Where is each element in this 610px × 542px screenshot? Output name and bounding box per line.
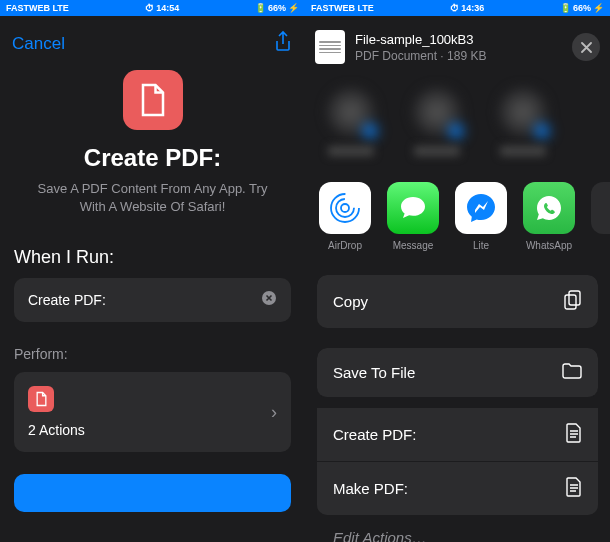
actions-count: 2 Actions bbox=[28, 422, 85, 438]
message-icon bbox=[387, 182, 439, 234]
nav-bar: Cancel bbox=[0, 16, 305, 66]
battery-icon: 🔋 bbox=[255, 3, 266, 13]
share-app-label: WhatsApp bbox=[526, 240, 572, 251]
battery-label: 66% bbox=[268, 3, 286, 13]
share-app-label: Message bbox=[393, 240, 434, 251]
svg-rect-4 bbox=[569, 291, 580, 305]
contact-item[interactable] bbox=[321, 88, 381, 162]
status-bar: FASTWEB LTE ⏱ 14:36 🔋 66% ⚡ bbox=[305, 0, 610, 16]
perform-label: Perform: bbox=[0, 346, 305, 362]
action-label: Copy bbox=[333, 293, 368, 310]
share-sheet-pane: FASTWEB LTE ⏱ 14:36 🔋 66% ⚡ File-sample_… bbox=[305, 0, 610, 542]
share-app-label: Lite bbox=[473, 240, 489, 251]
file-meta: PDF Document · 189 KB bbox=[355, 49, 562, 63]
action-list: Copy Save To File Create PDF: Make PD bbox=[317, 275, 598, 542]
folder-icon bbox=[562, 363, 582, 382]
contact-item[interactable] bbox=[493, 88, 553, 162]
document-icon bbox=[566, 423, 582, 446]
share-app-whatsapp[interactable]: WhatsApp bbox=[523, 182, 575, 251]
svg-point-2 bbox=[336, 199, 354, 217]
add-shortcut-button[interactable] bbox=[14, 474, 291, 512]
battery-icon: 🔋 bbox=[560, 3, 571, 13]
airdrop-icon bbox=[319, 182, 371, 234]
share-app-more[interactable]: Me bbox=[591, 182, 610, 251]
battery-bolt-icon: ⚡ bbox=[288, 3, 299, 13]
share-app-label: AirDrop bbox=[328, 240, 362, 251]
clear-icon[interactable] bbox=[261, 290, 277, 310]
status-bar: FASTWEB LTE ⏱ 14:54 🔋 66% ⚡ bbox=[0, 0, 305, 16]
when-run-value: Create PDF: bbox=[28, 292, 106, 308]
shortcut-title: Create PDF: bbox=[0, 144, 305, 172]
action-make-pdf[interactable]: Make PDF: bbox=[317, 462, 598, 515]
when-run-card[interactable]: Create PDF: bbox=[14, 278, 291, 322]
time-label: 14:36 bbox=[461, 3, 484, 13]
file-header: File-sample_100kB3 PDF Document · 189 KB bbox=[305, 16, 610, 74]
clock-icon: ⏱ bbox=[450, 3, 459, 13]
action-label: Create PDF: bbox=[333, 426, 416, 443]
clock-icon: ⏱ bbox=[145, 3, 154, 13]
action-label: Make PDF: bbox=[333, 480, 408, 497]
copy-icon bbox=[564, 290, 582, 313]
battery-label: 66% bbox=[573, 3, 591, 13]
contact-item[interactable] bbox=[407, 88, 467, 162]
battery-bolt-icon: ⚡ bbox=[593, 3, 604, 13]
svg-point-1 bbox=[341, 204, 349, 212]
more-icon bbox=[591, 182, 610, 234]
whatsapp-icon bbox=[523, 182, 575, 234]
share-apps-row: AirDrop Message Lite WhatsApp Me bbox=[305, 172, 610, 257]
carrier-label: FASTWEB LTE bbox=[6, 3, 69, 13]
edit-actions-button[interactable]: Edit Actions… bbox=[317, 525, 598, 542]
chevron-right-icon: › bbox=[271, 402, 277, 423]
when-run-label: When I Run: bbox=[0, 247, 305, 268]
shortcut-app-icon bbox=[123, 70, 183, 130]
shortcut-description: Save A PDF Content From Any App. Try Wit… bbox=[0, 180, 305, 215]
time-label: 14:54 bbox=[156, 3, 179, 13]
file-name: File-sample_100kB3 bbox=[355, 32, 562, 47]
share-icon[interactable] bbox=[273, 30, 293, 58]
cancel-button[interactable]: Cancel bbox=[12, 34, 65, 54]
share-app-airdrop[interactable]: AirDrop bbox=[319, 182, 371, 251]
action-copy[interactable]: Copy bbox=[317, 275, 598, 328]
file-thumbnail-icon bbox=[315, 30, 345, 64]
document-icon bbox=[566, 477, 582, 500]
action-save-to-file[interactable]: Save To File bbox=[317, 348, 598, 398]
close-button[interactable] bbox=[572, 33, 600, 61]
action-label: Save To File bbox=[333, 364, 415, 381]
share-app-lite[interactable]: Lite bbox=[455, 182, 507, 251]
share-app-message[interactable]: Message bbox=[387, 182, 439, 251]
carrier-label: FASTWEB LTE bbox=[311, 3, 374, 13]
action-create-pdf[interactable]: Create PDF: bbox=[317, 408, 598, 462]
messenger-lite-icon bbox=[455, 182, 507, 234]
airdrop-contacts-row bbox=[305, 74, 610, 172]
svg-rect-5 bbox=[565, 295, 576, 309]
actions-card[interactable]: 2 Actions › bbox=[14, 372, 291, 452]
shortcut-detail-pane: FASTWEB LTE ⏱ 14:54 🔋 66% ⚡ Cancel Creat… bbox=[0, 0, 305, 542]
document-icon bbox=[28, 386, 54, 412]
